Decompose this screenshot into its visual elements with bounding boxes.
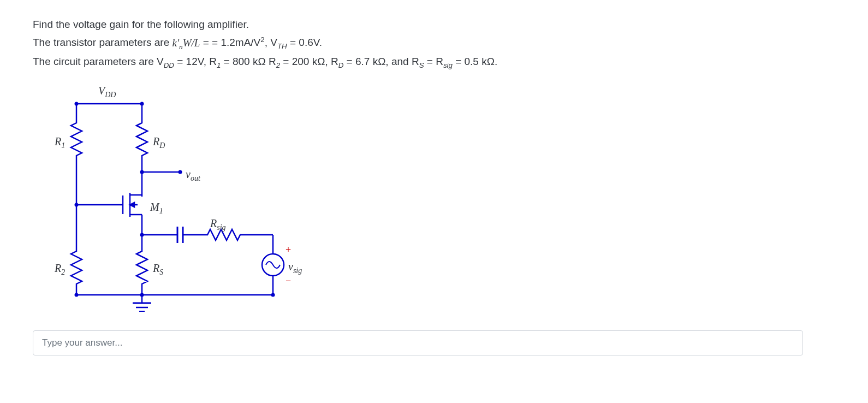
label-rs: RS xyxy=(153,259,163,278)
label-rsig: Rsig xyxy=(210,215,226,234)
svg-point-31 xyxy=(75,203,79,206)
label-rd: RD xyxy=(153,133,165,152)
circuit-diagram: VDD R1 RD vout M1 Rsig R2 RS vsig + − xyxy=(44,79,371,319)
svg-point-32 xyxy=(140,170,144,174)
svg-point-33 xyxy=(179,170,182,174)
label-r2: R2 xyxy=(55,259,65,278)
question-line-2: The transistor parameters are k'nW/L = =… xyxy=(33,34,835,52)
question-line-1: Find the voltage gain for the following … xyxy=(33,16,835,33)
svg-point-35 xyxy=(75,293,79,297)
label-vdd: VDD xyxy=(98,82,116,101)
label-plus: + xyxy=(286,242,291,258)
svg-point-37 xyxy=(271,293,275,297)
circuit-svg xyxy=(44,79,371,319)
svg-point-29 xyxy=(75,102,79,105)
label-m1: M1 xyxy=(150,198,163,217)
svg-point-36 xyxy=(140,293,144,297)
answer-input[interactable] xyxy=(33,330,803,355)
svg-point-34 xyxy=(140,233,144,236)
question-text: Find the voltage gain for the following … xyxy=(33,16,835,71)
question-line-3: The circuit parameters are VDD = 12V, R1… xyxy=(33,54,835,71)
svg-point-30 xyxy=(140,102,144,105)
label-vout: vout xyxy=(186,165,200,185)
label-minus: − xyxy=(286,273,291,289)
label-r1: R1 xyxy=(55,133,65,152)
